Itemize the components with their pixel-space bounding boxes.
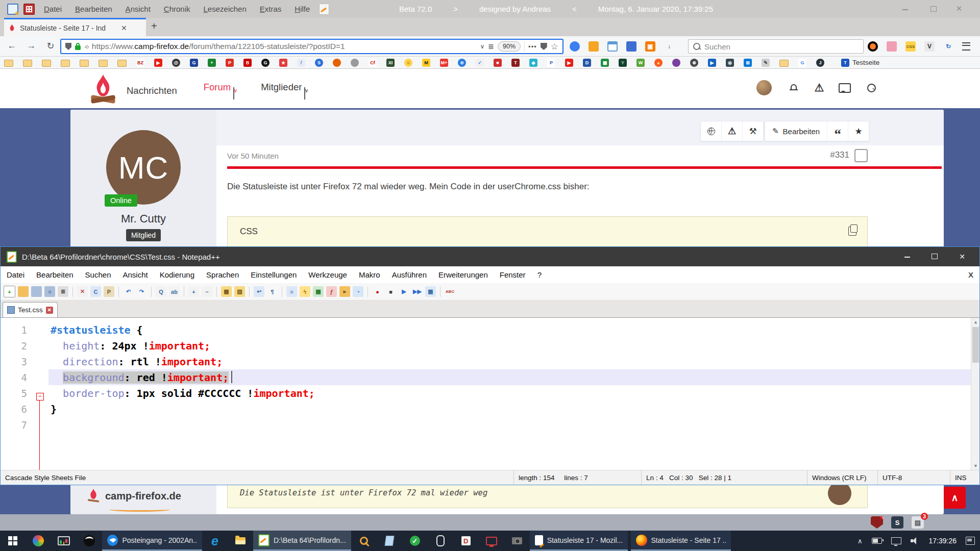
- npp-menu-fenster[interactable]: Fenster: [500, 270, 526, 279]
- pocket-shield-icon[interactable]: [541, 43, 547, 50]
- d-tool-icon[interactable]: D: [453, 531, 479, 551]
- toolbar-save-icon[interactable]: [31, 286, 42, 297]
- bookmark-favicon[interactable]: J: [816, 59, 824, 67]
- orange-folder-icon[interactable]: [589, 41, 599, 52]
- lock-icon[interactable]: [75, 45, 81, 50]
- toolbar-cut-icon[interactable]: ✕: [77, 286, 88, 297]
- npp-document-close-x[interactable]: X: [968, 270, 973, 279]
- reload-button[interactable]: ↻: [43, 40, 58, 52]
- code-line[interactable]: 5 border-top: 1px solid #CCCCCC !importa…: [1, 385, 971, 401]
- minimize-button[interactable]: [896, 5, 914, 13]
- menu-extras[interactable]: Extras: [260, 5, 282, 13]
- toolbar-abc-icon[interactable]: ABC: [445, 286, 455, 297]
- toolbar-find-icon[interactable]: Q: [156, 286, 166, 297]
- permissions-icon[interactable]: -o: [84, 43, 88, 49]
- bookmark-favicon[interactable]: [779, 60, 789, 67]
- bookmark-favicon[interactable]: W: [636, 59, 645, 67]
- toolbar-saveall-icon[interactable]: ≡: [44, 286, 55, 297]
- mail-notify-icon[interactable]: ▤3: [912, 516, 924, 529]
- menu-bearbeiten[interactable]: Bearbeiten: [75, 5, 112, 13]
- toolbar-play-icon[interactable]: ▶: [399, 286, 409, 297]
- window-icon[interactable]: [607, 41, 618, 52]
- toolbar-zin-icon[interactable]: +: [188, 286, 199, 297]
- campfire-logo[interactable]: [87, 73, 119, 106]
- toolbar-ffwd-icon[interactable]: ▶▶: [412, 286, 423, 297]
- containers-icon[interactable]: [570, 41, 580, 52]
- bookmark-favicon[interactable]: ▦: [601, 59, 609, 67]
- fold-marker-icon[interactable]: −: [36, 393, 44, 400]
- npp-menu-bearbeiten[interactable]: Bearbeiten: [36, 270, 74, 279]
- npp-close-button[interactable]: ✕: [951, 253, 973, 261]
- url-bar[interactable]: -o https://www.camp-firefox.de/forum/the…: [60, 39, 564, 54]
- toolbar-wrap-icon[interactable]: ↩: [254, 286, 264, 297]
- toolbar-list-icon[interactable]: ≡: [286, 286, 297, 297]
- start-button[interactable]: [0, 531, 26, 551]
- tab-close-icon[interactable]: ✕: [121, 24, 127, 32]
- npp-menu-kodierung[interactable]: Kodierung: [160, 270, 194, 279]
- bookmark-favicon[interactable]: ◉: [726, 59, 734, 67]
- screenshot-camera-icon[interactable]: [504, 531, 530, 551]
- editor-scrollbar[interactable]: ▲ ▼: [971, 318, 979, 470]
- taskbar-clock[interactable]: 17:39:26: [929, 537, 957, 545]
- status-eol[interactable]: Windows (CR LF): [807, 470, 877, 485]
- orange-box-icon[interactable]: ▣: [645, 41, 655, 52]
- back-button[interactable]: ←: [4, 40, 19, 51]
- bookmark-favicon[interactable]: [42, 60, 51, 67]
- red-grid-icon[interactable]: [23, 4, 35, 15]
- bookmark-favicon[interactable]: M: [422, 59, 430, 67]
- display-icon[interactable]: [891, 537, 901, 544]
- user-avatar-small[interactable]: [756, 80, 772, 95]
- toolbar-dir-icon[interactable]: ▸: [339, 286, 350, 297]
- bookmark-favicon[interactable]: D: [583, 59, 591, 67]
- bookmark-favicon[interactable]: ▶: [708, 59, 716, 67]
- post-moderate-button[interactable]: ⚒: [742, 121, 763, 141]
- bookmark-favicon[interactable]: Y: [619, 59, 627, 67]
- bookmark-favicon[interactable]: B: [243, 59, 252, 67]
- firefox-menubar[interactable]: DateiBearbeitenAnsichtChronikLesezeichen…: [44, 5, 310, 13]
- battery-icon[interactable]: [872, 538, 882, 544]
- toolbar-redo-icon[interactable]: ↷: [136, 286, 147, 297]
- npp-minimize-button[interactable]: [896, 253, 918, 261]
- bookmark-favicon[interactable]: +: [208, 59, 216, 67]
- post-number[interactable]: #331: [796, 150, 849, 160]
- bookmark-favicon[interactable]: [23, 60, 32, 67]
- bookmark-favicon[interactable]: ⊕: [690, 59, 698, 67]
- notepadpp-titlebar[interactable]: D:\Beta 64\Profilordner\chrome\CSS\Test.…: [1, 247, 979, 266]
- toolbar-new-icon[interactable]: +: [4, 286, 15, 297]
- toolbar-panel1-icon[interactable]: ▦: [221, 286, 232, 297]
- post-report-button[interactable]: ⚠: [721, 121, 742, 141]
- notes-app-icon[interactable]: [377, 531, 402, 551]
- antivirus-check-icon[interactable]: ✓: [402, 531, 428, 551]
- bookmark-favicon[interactable]: ▶: [565, 59, 573, 67]
- toolbar-light-icon[interactable]: ϟ: [300, 286, 310, 297]
- search-ball-icon[interactable]: [26, 531, 51, 551]
- taskbar-notepadpp-button[interactable]: D:\Beta 64\Profilordn...: [253, 531, 351, 551]
- url-text[interactable]: https://www.camp-firefox.de/forum/thema/…: [92, 42, 477, 51]
- bookmark-favicon[interactable]: XI: [386, 59, 395, 67]
- copy-code-icon[interactable]: [848, 227, 856, 236]
- code-line[interactable]: 3 direction: rtl !important;: [1, 354, 971, 369]
- npp-menu-?[interactable]: ?: [537, 270, 542, 279]
- post-timestamp[interactable]: Vor 50 Minuten: [227, 152, 279, 160]
- footer-brand[interactable]: camp-firefox.de: [86, 487, 181, 505]
- toolbar-copy-icon[interactable]: C: [90, 286, 101, 297]
- orange-ball-icon[interactable]: [868, 41, 878, 52]
- bookmark-favicon[interactable]: G: [798, 59, 806, 67]
- bookmark-favicon[interactable]: ☺: [404, 59, 412, 67]
- code-line[interactable]: 1#statusleiste {: [1, 322, 971, 338]
- tray-expand-icon[interactable]: ∧: [857, 537, 863, 545]
- bookmark-favicon[interactable]: [99, 60, 108, 67]
- menu-ansicht[interactable]: Ansicht: [126, 5, 151, 13]
- bookmark-favicon[interactable]: @: [172, 59, 180, 67]
- sync-icon[interactable]: ↻: [943, 41, 953, 52]
- notifications-bell-icon[interactable]: [786, 80, 801, 95]
- notes-icon[interactable]: [319, 4, 329, 15]
- taskbar-compose-button[interactable]: Statusleiste 17 - Mozil...: [530, 531, 628, 551]
- bookmark-favicon[interactable]: [333, 59, 341, 67]
- npp-menu-erweiterungen[interactable]: Erweiterungen: [438, 270, 488, 279]
- quote-button[interactable]: “: [827, 121, 848, 141]
- taskbar-thunderbird-button[interactable]: Posteingang - 2002An...: [102, 531, 202, 551]
- avatar[interactable]: MC: [106, 130, 181, 205]
- close-button[interactable]: ✕: [950, 4, 968, 13]
- npp-menu-datei[interactable]: Datei: [7, 270, 24, 279]
